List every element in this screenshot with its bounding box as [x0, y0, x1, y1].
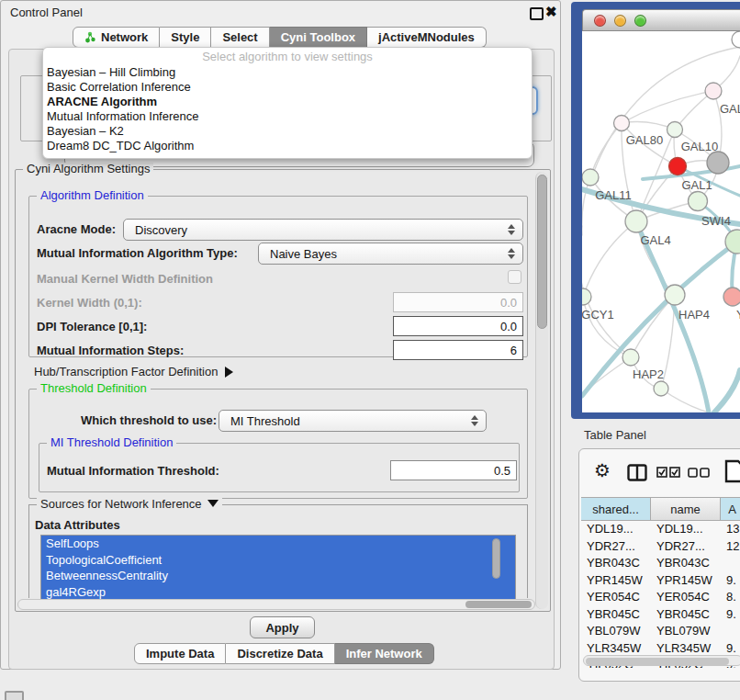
dropdown-item[interactable]: Dream8 DC_TDC Algorithm [43, 139, 532, 153]
dropdown-item[interactable]: Bayesian – K2 [43, 124, 532, 139]
deselect-columns-icon[interactable] [688, 468, 710, 478]
document-icon[interactable] [724, 459, 740, 483]
column-header-A[interactable]: A [721, 498, 740, 520]
tab-jactivemnodules[interactable]: jActiveMNodules [367, 27, 487, 48]
table-row[interactable]: YBL079WYBL079W [581, 623, 740, 640]
which-threshold-combobox[interactable]: MI Threshold [219, 410, 487, 432]
network-node-gal1[interactable] [669, 158, 687, 175]
table-cell: YDL19... [581, 521, 651, 538]
table-hscrollbar-track[interactable] [583, 655, 740, 666]
tab-network[interactable]: Network [73, 27, 160, 48]
attribute-item[interactable]: SelfLoops [41, 536, 515, 552]
network-edge[interactable] [631, 295, 675, 357]
network-edge[interactable] [583, 221, 636, 297]
tab-select[interactable]: Select [211, 27, 269, 48]
float-window-icon[interactable] [530, 7, 544, 20]
dropdown-item[interactable]: Bayesian – Hill Climbing [43, 65, 532, 80]
aracne-mode-combobox[interactable]: Discovery [123, 219, 523, 241]
dropdown-item[interactable]: Mutual Information Inference [43, 109, 532, 124]
table-row[interactable]: YBR045CYBR045C9. [581, 606, 740, 624]
tab-style[interactable]: Style [160, 27, 211, 48]
close-light-icon[interactable] [594, 15, 606, 27]
node-label: Y [736, 308, 740, 322]
settings-vscrollbar-track[interactable] [535, 172, 548, 609]
table-hscrollbar-thumb[interactable] [586, 658, 729, 665]
settings-hscrollbar-track[interactable] [17, 599, 535, 610]
attribute-item[interactable]: TopologicalCoefficient [41, 552, 515, 569]
node-label: GAL [720, 102, 740, 116]
tab-label: Cyni Toolbox [281, 30, 355, 44]
algorithm-definition-group: Algorithm Definition Aracne Mode: Discov… [28, 196, 528, 357]
manual-kernel-checkbox[interactable] [508, 270, 521, 284]
table-cell: YBR043C [581, 555, 651, 572]
kernel-width-input[interactable]: 0.0 [393, 292, 523, 312]
zoom-light-icon[interactable] [634, 15, 646, 27]
mi-threshold-input[interactable]: 0.5 [390, 460, 517, 480]
dock-panel-icon[interactable] [5, 691, 24, 700]
network-node-y[interactable] [723, 288, 740, 306]
sources-group-title[interactable]: Sources for Network Inference [37, 498, 222, 511]
network-node-hap4[interactable] [665, 285, 685, 305]
network-node-gcy1[interactable] [582, 288, 591, 305]
network-node-gal10[interactable] [667, 122, 683, 138]
network-icon [84, 31, 96, 43]
data-attributes-list[interactable]: SelfLoopsTopologicalCoefficientBetweenne… [40, 535, 516, 601]
network-node-gal80[interactable] [614, 116, 630, 131]
aracne-mode-label: Aracne Mode: [37, 222, 116, 236]
tab-cyni-toolbox[interactable]: Cyni Toolbox [270, 27, 367, 48]
network-edge[interactable] [622, 91, 713, 123]
settings-hscrollbar-thumb[interactable] [465, 601, 532, 608]
network-node[interactable] [707, 152, 729, 174]
attr-list-vscrollbar-thumb[interactable] [492, 538, 500, 579]
hub-definition-expander[interactable]: Hub/Transcription Factor Definition [34, 365, 233, 378]
network-node-hap2[interactable] [622, 349, 639, 366]
dropdown-item[interactable]: ARACNE Algorithm [43, 95, 532, 109]
table-row[interactable]: YER054CYER054C8. [581, 589, 740, 606]
dpi-tolerance-input[interactable]: 0.0 [393, 316, 523, 336]
mi-steps-input[interactable]: 6 [393, 340, 523, 360]
network-node[interactable] [654, 381, 668, 396]
network-node-gal11[interactable] [582, 169, 599, 186]
close-icon[interactable]: ✖ [545, 4, 557, 20]
table-cell: YPR145W [581, 572, 651, 590]
control-panel-titlebar: Control Panel ✖ [1, 1, 560, 23]
apply-button[interactable]: Apply [250, 616, 315, 638]
node-label: GAL80 [626, 133, 663, 147]
tab-impute-data[interactable]: Impute Data [134, 643, 226, 664]
table-body: YDL19...YDL19...13YDR27...YDR27...12YBR0… [581, 521, 740, 668]
table-row[interactable]: YDR27...YDR27...12 [581, 538, 740, 556]
column-header-name[interactable]: name [651, 498, 721, 520]
table-row[interactable]: YDL19...YDL19...13 [581, 521, 740, 538]
settings-group-title: Cyni Algorithm Settings [23, 163, 153, 175]
manual-kernel-label: Manual Kernel Width Definition [37, 272, 213, 286]
minimize-light-icon[interactable] [614, 15, 626, 27]
network-node-gal4[interactable] [625, 210, 647, 232]
table-row[interactable]: YBR043CYBR043C [581, 555, 740, 572]
node-label: GAL10 [681, 140, 718, 153]
select-columns-icon[interactable] [656, 467, 680, 478]
table-cell: 9. [721, 572, 740, 590]
tab-label: Style [171, 30, 199, 44]
network-node[interactable] [732, 31, 740, 48]
table-cell: YER054C [651, 589, 721, 606]
expand-right-icon [225, 367, 233, 378]
attribute-item[interactable]: gal4RGexp [41, 584, 515, 601]
table-row[interactable]: YPR145WYPR145W9. [581, 572, 740, 590]
network-node[interactable] [689, 192, 708, 211]
column-header-shared...[interactable]: shared... [581, 498, 651, 520]
gear-icon[interactable]: ⚙ [594, 461, 611, 480]
tab-label: Select [222, 30, 257, 44]
attribute-item[interactable]: BetweennessCentrality [41, 568, 515, 584]
settings-vscrollbar-thumb[interactable] [537, 175, 547, 329]
network-edge[interactable] [661, 389, 709, 412]
network-edge[interactable] [714, 370, 740, 412]
table-cell: YDL19... [651, 521, 721, 538]
tab-infer-network[interactable]: Infer Network [335, 643, 434, 664]
network-canvas[interactable]: GALGAL80GAL10GAL1GAL11SWI4GAL4GCY1HAP4YH… [582, 31, 740, 412]
dropdown-item[interactable]: Basic Correlation Inference [43, 80, 532, 95]
split-columns-icon[interactable] [627, 464, 647, 481]
network-node-gal[interactable] [705, 83, 722, 99]
mi-type-combobox[interactable]: Naive Bayes [258, 243, 523, 265]
network-window-titlebar[interactable] [582, 9, 740, 31]
tab-discretize-data[interactable]: Discretize Data [226, 643, 334, 664]
